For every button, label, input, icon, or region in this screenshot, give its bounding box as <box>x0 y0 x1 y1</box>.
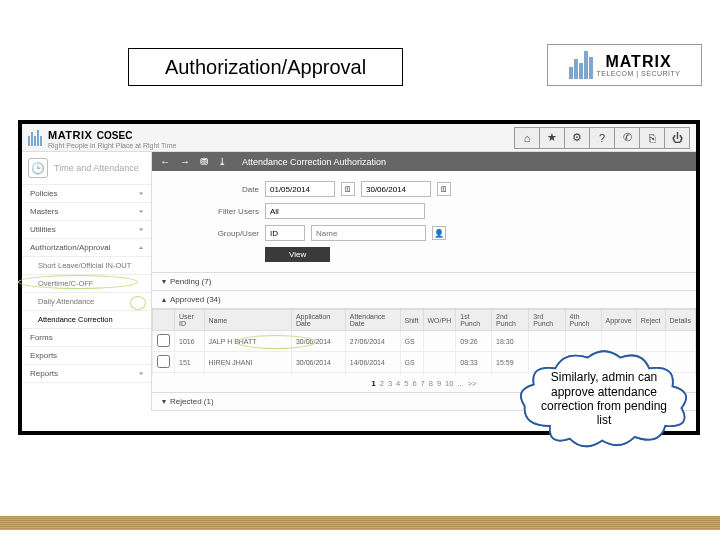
table-header: 4th Punch <box>565 310 601 331</box>
pager-page[interactable]: 3 <box>386 379 394 388</box>
export-icon[interactable]: ⤓ <box>218 156 226 167</box>
pager-page[interactable]: 10 <box>443 379 455 388</box>
power-icon[interactable]: ⏻ <box>664 127 690 149</box>
top-icon-bar: ⌂ ★ ⚙ ? ✆ ⎘ ⏻ <box>515 127 690 149</box>
filter-label: Filter Users <box>164 207 259 216</box>
chevron-down-icon: ▾ <box>162 397 166 406</box>
pager-page[interactable]: >> <box>466 379 479 388</box>
table-cell: 1016 <box>175 331 205 352</box>
group-name-input[interactable] <box>311 225 426 241</box>
chevron-down-icon: ▾ <box>139 371 143 376</box>
sidebar-item-label: Utilities <box>30 225 56 234</box>
table-cell <box>423 331 456 352</box>
pager-page[interactable]: 4 <box>394 379 402 388</box>
sidebar-item-masters[interactable]: Masters▾ <box>22 203 151 221</box>
pager-page[interactable]: ... <box>455 379 465 388</box>
table-cell: GS <box>400 331 423 352</box>
sidebar-item-label: Policies <box>30 189 58 198</box>
gear-icon[interactable]: ⚙ <box>564 127 590 149</box>
date-label: Date <box>164 185 259 194</box>
pager-page[interactable]: 8 <box>427 379 435 388</box>
sidebar-module[interactable]: 🕒 Time and Attendance <box>22 152 151 185</box>
chevron-up-icon: ▴ <box>139 245 143 250</box>
sidebar-item-label: Authorization/Approval <box>30 243 111 252</box>
filter-users-select[interactable] <box>265 203 425 219</box>
table-header: 2nd Punch <box>492 310 529 331</box>
table-header: Name <box>204 310 291 331</box>
section-approved[interactable]: ▴Approved (34) <box>152 291 696 309</box>
chevron-down-icon: ▾ <box>139 191 143 196</box>
view-button[interactable]: View <box>265 247 330 262</box>
pager-page[interactable]: 9 <box>435 379 443 388</box>
brand-logo: MATRIX TELECOM | SECURITY <box>547 44 702 86</box>
table-cell <box>153 352 175 373</box>
section-pending[interactable]: ▾Pending (7) <box>152 273 696 291</box>
pager-page[interactable]: 1 <box>370 379 378 388</box>
table-cell: 30/06/2014 <box>291 331 345 352</box>
sidebar-sub-overtime[interactable]: Overtime/C-OFF <box>22 275 151 293</box>
page-title: Attendance Correction Authorization <box>242 157 386 167</box>
sidebar-item-forms[interactable]: Forms <box>22 329 151 347</box>
sidebar-item-label: Forms <box>30 333 53 342</box>
chevron-up-icon: ▴ <box>162 295 166 304</box>
pager-page[interactable]: 2 <box>378 379 386 388</box>
table-header: Shift <box>400 310 423 331</box>
callout-cloud: Similarly, admin can approve attendance … <box>514 344 694 454</box>
row-checkbox[interactable] <box>157 334 170 347</box>
clock-icon: 🕒 <box>28 158 48 178</box>
table-cell: 30/06/2014 <box>291 352 345 373</box>
pager-page[interactable]: 6 <box>410 379 418 388</box>
date-to-input[interactable] <box>361 181 431 197</box>
sidebar-item-utilities[interactable]: Utilities▾ <box>22 221 151 239</box>
table-header <box>153 310 175 331</box>
forward-icon[interactable]: → <box>180 156 190 167</box>
sidebar-item-label: Masters <box>30 207 58 216</box>
sidebar-item-authorization[interactable]: Authorization/Approval▴ <box>22 239 151 257</box>
table-header: Application Date <box>291 310 345 331</box>
table-cell <box>423 352 456 373</box>
copy-icon[interactable]: ⎘ <box>639 127 665 149</box>
table-cell: JALP H BHATT <box>204 331 291 352</box>
sidebar-sub-shortleave[interactable]: Short Leave/Official IN-OUT <box>22 257 151 275</box>
table-header: WO/PH <box>423 310 456 331</box>
table-cell: 151 <box>175 352 205 373</box>
sidebar-item-policies[interactable]: Policies▾ <box>22 185 151 203</box>
calendar-icon[interactable]: 🗓 <box>341 182 355 196</box>
sidebar-item-label: Exports <box>30 351 57 360</box>
app-brand: MATRIX <box>48 129 92 141</box>
save-icon[interactable]: ⛃ <box>200 156 208 167</box>
brand-tagline: TELECOM | SECURITY <box>597 70 681 77</box>
app-product: COSEC <box>97 130 133 141</box>
logo-bars-icon <box>28 130 42 146</box>
table-cell <box>153 331 175 352</box>
sidebar-item-label: Reports <box>30 369 58 378</box>
group-id-input[interactable] <box>265 225 305 241</box>
table-cell: 08:33 <box>456 352 492 373</box>
sidebar-item-exports[interactable]: Exports <box>22 347 151 365</box>
page-title-bar: ← → ⛃ ⤓ Attendance Correction Authorizat… <box>152 152 696 171</box>
section-label: Pending (7) <box>170 277 211 286</box>
table-cell: HIREN JHANI <box>204 352 291 373</box>
table-header: Attendance Date <box>345 310 400 331</box>
row-checkbox[interactable] <box>157 355 170 368</box>
sidebar-item-reports[interactable]: Reports▾ <box>22 365 151 383</box>
slide-title: Authorization/Approval <box>128 48 403 86</box>
pager-page[interactable]: 7 <box>419 379 427 388</box>
sidebar-sub-attendance-correction[interactable]: Attendance Correction <box>22 311 151 329</box>
chevron-down-icon: ▾ <box>139 209 143 214</box>
sidebar-sub-daily[interactable]: Daily Attendance <box>22 293 151 311</box>
date-from-input[interactable] <box>265 181 335 197</box>
table-cell: 09:26 <box>456 331 492 352</box>
user-picker-icon[interactable]: 👤 <box>432 226 446 240</box>
star-icon[interactable]: ★ <box>539 127 565 149</box>
callout-text: Similarly, admin can approve attendance … <box>514 344 694 454</box>
calendar-icon[interactable]: 🗓 <box>437 182 451 196</box>
phone-icon[interactable]: ✆ <box>614 127 640 149</box>
back-icon[interactable]: ← <box>160 156 170 167</box>
table-cell: 27/06/2014 <box>345 331 400 352</box>
footer-stripe <box>0 516 720 530</box>
table-cell: 14/06/2014 <box>345 352 400 373</box>
home-icon[interactable]: ⌂ <box>514 127 540 149</box>
help-icon[interactable]: ? <box>589 127 615 149</box>
section-label: Approved (34) <box>170 295 221 304</box>
